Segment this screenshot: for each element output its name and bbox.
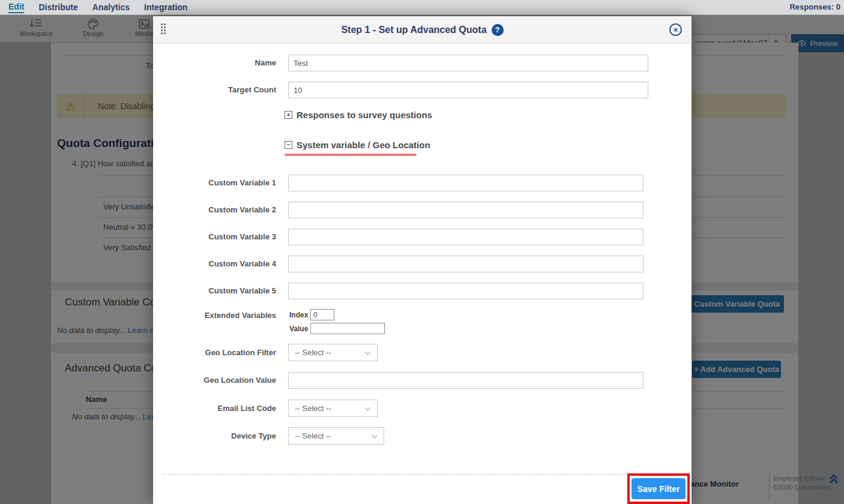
custom-variable-3-input[interactable] xyxy=(288,229,644,245)
geo-location-value-label: Geo Location Value xyxy=(189,372,276,388)
section-system-label: System variable / Geo Location xyxy=(297,140,430,150)
extended-variables-label: Extended Variables xyxy=(189,309,276,322)
email-list-code-select[interactable]: -- Select -- xyxy=(288,400,378,417)
index-input[interactable] xyxy=(310,309,334,320)
custom-variable-5-label: Custom Variable 5 xyxy=(189,283,276,299)
custom-variable-3-label: Custom Variable 3 xyxy=(189,229,276,245)
modal-title: Step 1 - Set up Advanced Quota xyxy=(341,25,486,35)
save-filter-button[interactable]: Save Filter xyxy=(631,478,686,499)
selected-value: -- Select -- xyxy=(295,348,331,357)
modal-header: Step 1 - Set up Advanced Quota ? × xyxy=(153,16,692,44)
selected-value: -- Select -- xyxy=(295,431,331,440)
drag-handle-icon[interactable] xyxy=(161,23,166,34)
expand-icon: + xyxy=(285,111,292,119)
device-type-label: Device Type xyxy=(189,428,276,444)
geo-location-filter-select[interactable]: -- Select -- xyxy=(288,344,378,361)
help-icon[interactable]: ? xyxy=(492,24,504,36)
email-list-code-label: Email List Code xyxy=(189,400,276,416)
annotation-underline xyxy=(285,154,417,156)
custom-variable-2-input[interactable] xyxy=(288,202,644,218)
target-count-label: Target Count xyxy=(189,82,276,98)
custom-variable-4-label: Custom Variable 4 xyxy=(189,256,276,272)
selected-value: -- Select -- xyxy=(295,404,331,413)
annotation-box: Save Filter xyxy=(627,473,690,504)
value-label: Value : xyxy=(289,325,313,333)
target-count-input[interactable] xyxy=(288,82,648,98)
name-label: Name xyxy=(189,55,276,71)
section-responses-label: Responses to survey questions xyxy=(297,110,432,120)
tab-distribute[interactable]: Distribute xyxy=(38,2,77,13)
device-type-select[interactable]: -- Select -- xyxy=(288,427,384,445)
chevron-down-icon xyxy=(372,433,378,439)
geo-location-filter-label: Geo Location Filter xyxy=(189,344,276,361)
index-label: Index : xyxy=(289,311,313,319)
footer-divider xyxy=(162,474,682,475)
responses-count: Responses: 0 xyxy=(789,2,840,11)
tab-analytics[interactable]: Analytics xyxy=(92,2,130,13)
section-responses-toggle[interactable]: + Responses to survey questions xyxy=(285,110,432,120)
name-input[interactable] xyxy=(288,55,648,71)
main-nav: Edit Distribute Analytics Integration Re… xyxy=(0,0,844,15)
close-icon[interactable]: × xyxy=(669,23,682,36)
collapse-icon: − xyxy=(285,141,292,149)
value-input[interactable] xyxy=(310,323,385,334)
custom-variable-5-input[interactable] xyxy=(288,283,644,299)
chevron-down-icon xyxy=(365,349,371,355)
advanced-quota-modal: Step 1 - Set up Advanced Quota ? × Name … xyxy=(153,16,692,504)
section-system-toggle[interactable]: − System variable / Geo Location xyxy=(285,140,430,150)
tab-integration[interactable]: Integration xyxy=(144,2,187,13)
custom-variable-2-label: Custom Variable 2 xyxy=(189,202,276,218)
custom-variable-1-input[interactable] xyxy=(288,175,644,191)
tab-edit[interactable]: Edit xyxy=(8,2,24,13)
geo-location-value-input[interactable] xyxy=(288,372,644,389)
custom-variable-4-input[interactable] xyxy=(288,256,644,272)
chevron-down-icon xyxy=(365,405,371,411)
custom-variable-1-label: Custom Variable 1 xyxy=(189,175,276,191)
